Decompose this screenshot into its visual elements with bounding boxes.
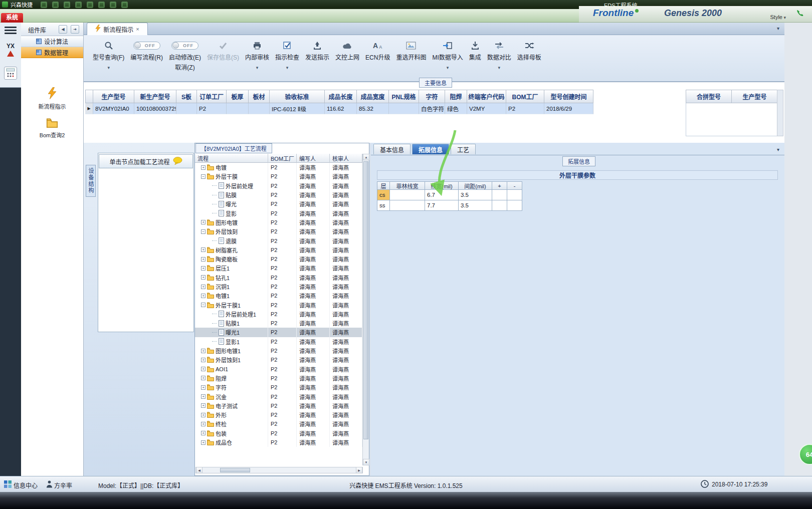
tree-node[interactable]: +树脂塞孔 xyxy=(195,245,268,254)
ribbon-doc-upload-button[interactable]: 文控上网 xyxy=(332,39,362,62)
tree-node[interactable]: +钻孔1 xyxy=(195,273,268,282)
column-header[interactable]: 终端客户代码 xyxy=(467,90,506,103)
cell[interactable] xyxy=(249,103,270,114)
scroll-thumb[interactable] xyxy=(363,161,368,439)
expander-icon[interactable]: + xyxy=(201,385,206,390)
ribbon-ecn-upgrade-button[interactable]: AAECN升级 xyxy=(362,39,393,62)
cell[interactable]: 85.32 xyxy=(357,103,389,114)
cell[interactable] xyxy=(492,200,507,211)
cell[interactable]: 3.5 xyxy=(459,190,492,200)
cell[interactable]: 6.7 xyxy=(425,190,459,200)
tree-node[interactable]: 外层前处理 xyxy=(195,181,268,190)
window-icon[interactable] xyxy=(87,2,93,8)
document-icon[interactable] xyxy=(98,2,105,8)
cell[interactable]: V2MY xyxy=(467,103,506,114)
column-header[interactable]: 成品长度 xyxy=(325,90,357,103)
expander-icon[interactable]: + xyxy=(201,220,206,224)
tree-row[interactable]: +图形电镀P2谭海燕谭海燕 xyxy=(195,218,362,227)
column-header[interactable]: BOM工厂 xyxy=(268,154,297,163)
dock-arrow-button[interactable] xyxy=(71,25,79,34)
ribbon-model-query-button[interactable]: 型号查询(F) xyxy=(90,39,127,71)
style-dropdown[interactable]: Style xyxy=(770,14,786,20)
ribbon-write-flow-button[interactable]: OFF编写流程(R) xyxy=(127,39,166,62)
column-header[interactable]: - xyxy=(507,181,522,190)
cell[interactable] xyxy=(492,190,507,200)
cell[interactable]: P2 xyxy=(506,103,544,114)
tree-node[interactable]: 退膜 xyxy=(195,236,268,245)
cell[interactable]: 白色字符 xyxy=(419,103,445,114)
tree-node[interactable]: +AOI1 xyxy=(195,365,268,374)
column-header[interactable]: BOM工厂 xyxy=(506,90,544,103)
cell[interactable] xyxy=(507,190,522,200)
scroll-right-icon[interactable] xyxy=(356,467,362,473)
column-header[interactable]: 线宽(mil) xyxy=(425,181,459,190)
phone-icon[interactable] xyxy=(796,9,804,19)
tree-horizontal-scrollbar[interactable] xyxy=(195,467,363,473)
tree-node[interactable]: +包装 xyxy=(195,429,268,438)
toggle-off-switch[interactable]: OFF xyxy=(171,42,198,50)
cell[interactable]: 10010800037299 xyxy=(134,103,176,114)
tree-row[interactable]: +字符P2谭海燕谭海燕 xyxy=(195,383,362,392)
cut-icon[interactable] xyxy=(64,2,70,8)
cell[interactable]: 2018/6/29 xyxy=(544,103,593,114)
tree-node[interactable]: 曝光1 xyxy=(195,328,268,337)
tree-node[interactable]: +外形 xyxy=(195,410,268,419)
scroll-up-icon[interactable] xyxy=(363,154,369,160)
ribbon-integrate-button[interactable]: 集成 xyxy=(466,39,484,62)
tree-node[interactable]: +沉铜1 xyxy=(195,282,268,291)
sidebar-item-bom-query[interactable]: Bom查询2 xyxy=(21,118,83,139)
column-header[interactable]: 阻焊 xyxy=(445,90,467,103)
tree-row[interactable]: +外层蚀刻1P2谭海燕谭海燕 xyxy=(195,355,362,364)
cell[interactable] xyxy=(507,200,522,211)
ribbon-mi-data-import-button[interactable]: MI数据导入 xyxy=(429,39,466,71)
expander-icon[interactable]: + xyxy=(201,358,206,362)
tree-row[interactable]: +成品仓P2谭海燕谭海燕 xyxy=(195,438,362,447)
tab-list-caret-icon[interactable] xyxy=(777,26,779,31)
column-header[interactable]: 订单工厂 xyxy=(197,90,227,103)
cell[interactable]: IPC-6012 Ⅱ级 xyxy=(270,103,325,114)
column-header[interactable]: 合拼型号 xyxy=(686,90,732,103)
column-header[interactable]: 板厚 xyxy=(227,90,249,103)
cell[interactable] xyxy=(227,103,249,114)
tree-node[interactable]: +终检 xyxy=(195,419,268,428)
expander-icon[interactable]: + xyxy=(201,266,206,271)
tab-device-structure[interactable]: 设备结构 xyxy=(86,165,96,197)
tree-vertical-scrollbar[interactable] xyxy=(362,154,369,465)
sidebar-item-new-flow-instruction[interactable]: 新流程指示 xyxy=(21,87,83,110)
expander-icon[interactable]: + xyxy=(201,367,206,371)
ribbon-send-instruction-button[interactable]: 发送指示 xyxy=(302,39,332,62)
toggle-off-switch[interactable]: OFF xyxy=(133,42,160,50)
column-header[interactable]: 板材 xyxy=(249,90,270,103)
tree-row[interactable]: +阻焊P2谭海燕谭海燕 xyxy=(195,374,362,383)
column-header[interactable]: 编写人 xyxy=(297,154,330,163)
main-table-row[interactable]: 8V2MY02IA010010800037299P2IPC-6012 Ⅱ级116… xyxy=(85,103,593,114)
dropdown-caret-icon[interactable] xyxy=(498,65,501,70)
info-center-link[interactable]: 信息中心 xyxy=(14,481,38,489)
palette-icon[interactable] xyxy=(110,2,116,8)
tree-node[interactable]: +层压1 xyxy=(195,264,268,273)
columns-icon[interactable] xyxy=(75,2,82,8)
expander-icon[interactable]: + xyxy=(201,349,206,353)
tree-node[interactable]: 外层前处理1 xyxy=(195,310,268,319)
hamburger-menu-icon[interactable] xyxy=(5,27,17,35)
column-header[interactable]: 菲林线宽 xyxy=(390,181,425,190)
tree-row[interactable]: +钻孔1P2谭海燕谭海燕 xyxy=(195,273,362,282)
detail-caret-icon[interactable] xyxy=(777,147,779,152)
table-icon[interactable] xyxy=(52,2,59,8)
expander-icon[interactable]: + xyxy=(201,440,206,445)
expander-icon[interactable]: + xyxy=(201,413,206,417)
tree-node[interactable]: +图形电镀 xyxy=(195,218,268,227)
tree-node[interactable]: +图形电镀1 xyxy=(195,346,268,355)
calculator-icon[interactable] xyxy=(4,67,17,80)
tree-row[interactable]: +树脂塞孔P2谭海燕谭海燕 xyxy=(195,245,362,254)
column-header[interactable]: 新生产型号 xyxy=(134,90,176,103)
tree-row[interactable]: +电子测试P2谭海燕谭海燕 xyxy=(195,401,362,410)
ribbon-internal-audit-button[interactable]: 内部审核 xyxy=(242,39,272,71)
tab-new-flow-instruction[interactable]: 新流程指示 xyxy=(87,23,148,35)
tab-基本信息[interactable]: 基本信息 xyxy=(373,144,411,154)
column-header[interactable]: 验收标准 xyxy=(270,90,325,103)
ribbon-reselect-panel-drawing-button[interactable]: 重选开料图 xyxy=(393,39,429,62)
sidebar-item-data-management[interactable]: 数据管理 xyxy=(21,47,83,58)
tree-row[interactable]: 外层前处理1P2谭海燕谭海燕 xyxy=(195,310,362,319)
expander-icon[interactable]: + xyxy=(201,394,206,399)
